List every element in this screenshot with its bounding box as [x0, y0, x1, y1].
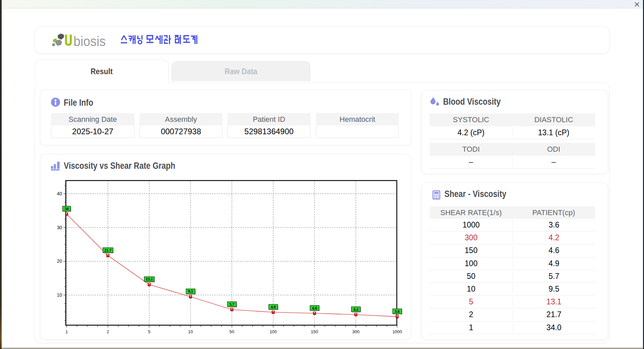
svg-text:21.7: 21.7	[104, 248, 111, 253]
svg-text:30: 30	[57, 225, 62, 230]
svg-text:40: 40	[57, 191, 62, 196]
svg-text:2: 2	[107, 329, 109, 334]
svg-text:1: 1	[65, 329, 68, 334]
svg-text:300: 300	[352, 329, 360, 334]
svg-text:4.2: 4.2	[353, 307, 358, 312]
svg-text:150: 150	[311, 329, 318, 334]
svg-text:3.6: 3.6	[395, 309, 400, 314]
svg-text:10: 10	[57, 292, 62, 298]
svg-text:100: 100	[270, 329, 277, 334]
svg-text:5: 5	[148, 329, 150, 334]
svg-text:4.6: 4.6	[312, 306, 317, 310]
svg-text:10: 10	[188, 329, 193, 334]
svg-text:4.9: 4.9	[271, 305, 276, 309]
svg-text:5.7: 5.7	[229, 302, 234, 307]
svg-text:9.5: 9.5	[188, 289, 193, 294]
svg-text:biosis: biosis	[73, 33, 106, 49]
svg-text:34: 34	[65, 206, 69, 211]
svg-text:20: 20	[57, 258, 62, 264]
svg-text:1000: 1000	[392, 329, 402, 334]
svg-text:50: 50	[229, 329, 234, 334]
svg-text:13.1: 13.1	[146, 277, 153, 282]
